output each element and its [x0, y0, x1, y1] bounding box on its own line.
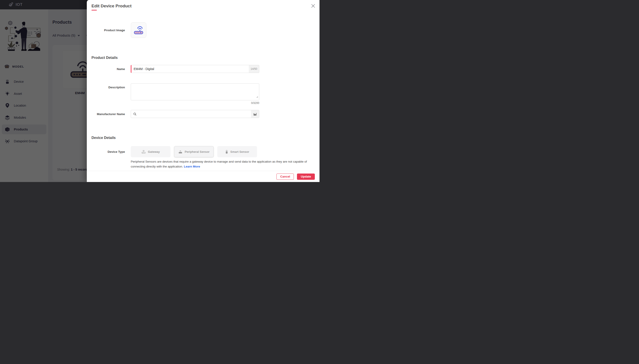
- router-icon: [134, 26, 144, 34]
- description-row: Description 0/3200: [92, 84, 320, 104]
- manufacturer-input[interactable]: [136, 112, 251, 116]
- drawer-header: Edit Device Product: [87, 0, 320, 10]
- drawer-footer: Cancel Update: [87, 171, 320, 182]
- smart-sensor-icon: [225, 150, 228, 154]
- description-label: Description: [92, 84, 125, 89]
- app-root: IOT: [0, 0, 320, 182]
- manufacturer-row: Manufacturer Name: [92, 110, 320, 118]
- drawer-body: Product Image: [87, 10, 320, 171]
- planet-logo-icon: [8, 2, 14, 7]
- factory-icon: [253, 112, 257, 116]
- device-type-smart-sensor-button[interactable]: Smart Sensor: [217, 146, 257, 157]
- logo-text: IOT: [16, 2, 22, 7]
- section-device-details: Device Details: [92, 136, 320, 140]
- device-type-row: Device Type Gateway: [92, 146, 320, 157]
- search-icon: [133, 112, 136, 116]
- name-field-wrap: 14/50: [131, 65, 259, 73]
- device-type-peripheral-sensor-button[interactable]: Peripheral Sensor: [174, 146, 214, 157]
- description-char-counter: 0/3200: [131, 102, 259, 104]
- manufacturer-lookup-button[interactable]: [251, 110, 259, 118]
- helper-text-body: Peripheral Sensors are devices that requ…: [131, 160, 307, 168]
- name-char-counter: 14/50: [249, 65, 259, 73]
- name-input[interactable]: [132, 65, 249, 73]
- app-logo[interactable]: IOT: [8, 2, 22, 7]
- manufacturer-label: Manufacturer Name: [92, 112, 125, 116]
- name-label: Name: [92, 67, 125, 71]
- cancel-button[interactable]: Cancel: [276, 174, 294, 180]
- device-type-helper-text: Peripheral Sensors are devices that requ…: [131, 159, 316, 169]
- product-image-row: Product Image: [92, 22, 320, 38]
- gateway-icon: [142, 150, 146, 154]
- product-image-label: Product Image: [92, 28, 125, 32]
- close-icon[interactable]: [310, 3, 316, 8]
- device-type-options: Gateway Peripheral Sensor: [131, 146, 259, 157]
- edit-device-product-drawer: Edit Device Product Product Image: [87, 0, 320, 182]
- name-row: Name 14/50: [92, 65, 320, 73]
- device-type-option-label: Gateway: [148, 150, 160, 154]
- description-textarea[interactable]: [131, 84, 259, 100]
- section-product-details: Product Details: [92, 56, 320, 60]
- manufacturer-field-wrap: [131, 110, 259, 118]
- peripheral-sensor-icon: [178, 150, 183, 154]
- drawer-title: Edit Device Product: [92, 4, 320, 8]
- device-type-gateway-button[interactable]: Gateway: [131, 146, 170, 157]
- learn-more-link[interactable]: Learn More: [184, 165, 200, 168]
- device-type-option-label: Peripheral Sensor: [185, 150, 210, 154]
- update-button[interactable]: Update: [297, 174, 315, 180]
- device-type-option-label: Smart Sensor: [230, 150, 249, 154]
- device-type-label: Device Type: [92, 150, 125, 154]
- product-image-box[interactable]: [131, 22, 146, 38]
